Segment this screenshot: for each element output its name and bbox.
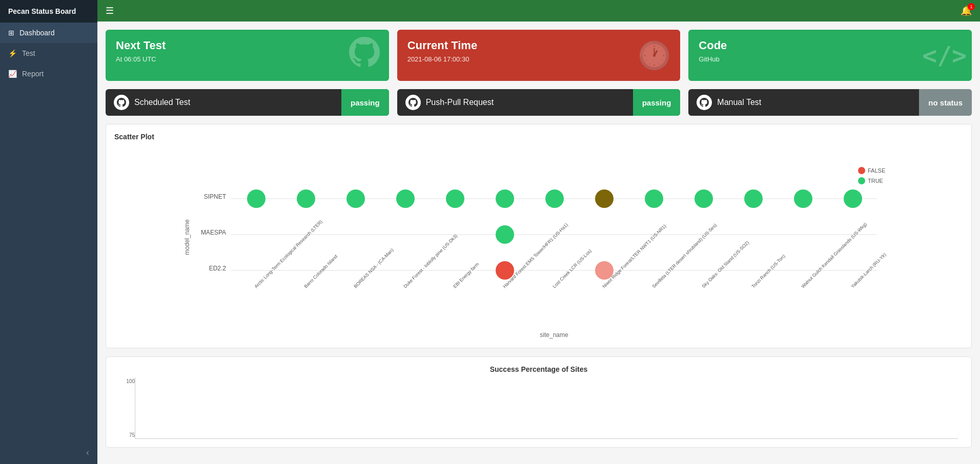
svg-text:Sky Oaks: Old Stand (US-SO2): Sky Oaks: Old Stand (US-SO2) — [701, 240, 750, 289]
svg-point-23 — [858, 177, 865, 184]
current-time-title: Current Time — [407, 39, 670, 52]
scheduled-test-gh-icon — [114, 95, 129, 110]
scatter-dot — [645, 189, 663, 208]
bar-chart-section: Success Percentage of Sites 100 75 — [106, 356, 972, 448]
scatter-dot — [794, 189, 812, 208]
sidebar-item-dashboard-label: Dashboard — [19, 29, 55, 37]
scatter-dot — [346, 189, 365, 208]
svg-text:FALSE: FALSE — [868, 167, 885, 174]
sidebar-item-report-label: Report — [22, 70, 44, 78]
github-icon — [349, 37, 380, 74]
next-test-subtitle: At 06:05 UTC — [116, 55, 379, 63]
svg-point-21 — [858, 167, 865, 174]
scatter-plot-title: Scatter Plot — [114, 133, 963, 141]
scheduled-test-badge: Scheduled Test passing — [106, 89, 389, 116]
scatter-dot — [247, 189, 266, 208]
scatter-dot — [695, 189, 713, 208]
scatter-dot — [396, 189, 415, 208]
svg-text:Lost Creek LCR (US-Los): Lost Creek LCR (US-Los) — [552, 248, 593, 289]
next-test-title: Next Test — [116, 39, 379, 52]
current-time-value: 2021-08-06 17:00:30 — [407, 55, 670, 63]
sidebar-item-dashboard[interactable]: ⊞ Dashboard — [0, 23, 97, 43]
manual-test-gh-icon — [697, 95, 712, 110]
scatter-dot — [297, 189, 315, 208]
push-pull-label-area: Push-Pull Request — [397, 95, 633, 110]
dashboard-icon: ⊞ — [8, 29, 14, 37]
push-pull-text: Push-Pull Request — [426, 98, 494, 107]
svg-text:model_name: model_name — [183, 219, 191, 255]
scatter-dot — [744, 189, 763, 208]
scatter-svg: model_name SIPNET MAESPA ED2.2 — [114, 145, 963, 340]
svg-text:SIPNET: SIPNET — [204, 193, 227, 200]
svg-text:MAESPA: MAESPA — [201, 229, 226, 236]
manual-test-status: no status — [919, 89, 972, 116]
test-icon: ⚡ — [8, 49, 17, 57]
svg-text:Tonzi Ranch (US-Ton): Tonzi Ranch (US-Ton) — [750, 254, 786, 289]
svg-text:TRUE: TRUE — [868, 178, 883, 184]
scatter-dot — [545, 189, 564, 208]
svg-text:Duke Forest - loblolly pine (U: Duke Forest - loblolly pine (US-Dk3) — [402, 233, 458, 289]
manual-test-text: Manual Test — [717, 98, 761, 107]
cards-row: Next Test At 06:05 UTC Current Time 2021… — [97, 22, 980, 89]
sidebar-item-test-label: Test — [22, 49, 35, 57]
y-label-100: 100 — [119, 378, 135, 384]
svg-text:Barro Colorado Island: Barro Colorado Island — [303, 254, 338, 289]
svg-text:BOREAS NSA - (CA-Man): BOREAS NSA - (CA-Man) — [353, 247, 394, 289]
scatter-plot-section: Scatter Plot model_name SIPNET MAESPA ED… — [106, 124, 972, 348]
scatter-container: model_name SIPNET MAESPA ED2.2 — [114, 145, 963, 340]
main-content: ☰ 🔔 1 Next Test At 06:05 UTC Current Tim… — [97, 0, 980, 464]
topbar: ☰ 🔔 1 — [97, 0, 980, 22]
sidebar-item-test[interactable]: ⚡ Test — [0, 43, 97, 64]
scatter-dot — [446, 189, 464, 208]
sidebar: Pecan Status Board ⊞ Dashboard ⚡ Test 📈 … — [0, 0, 97, 464]
report-icon: 📈 — [8, 70, 17, 78]
notification-badge: 1 — [968, 3, 975, 10]
code-icon: </> — [922, 41, 967, 70]
clock-icon: 🕐 — [638, 40, 671, 71]
bar-chart-bars — [135, 377, 958, 439]
scheduled-test-status: passing — [341, 89, 389, 116]
manual-test-badge: Manual Test no status — [688, 89, 972, 116]
manual-test-label-area: Manual Test — [688, 95, 919, 110]
sidebar-collapse-button[interactable]: ‹ — [0, 441, 97, 464]
bar-chart-title: Success Percentage of Sites — [114, 365, 963, 373]
next-test-card: Next Test At 06:05 UTC — [106, 30, 389, 81]
scatter-dot — [496, 189, 514, 208]
push-pull-status: passing — [633, 89, 681, 116]
badges-row: Scheduled Test passing Push-Pull Request… — [97, 89, 980, 124]
current-time-card: Current Time 2021-08-06 17:00:30 🕐 — [397, 30, 681, 81]
app-title: Pecan Status Board — [0, 0, 97, 23]
scheduled-test-text: Scheduled Test — [134, 98, 190, 107]
scatter-dot-niwot — [595, 189, 614, 208]
svg-text:site_name: site_name — [540, 331, 568, 339]
scheduled-test-label-area: Scheduled Test — [106, 95, 341, 110]
code-card: Code GitHub </> — [688, 30, 972, 81]
notification-bell[interactable]: 🔔 1 — [961, 5, 972, 16]
y-axis-labels: 100 75 — [119, 377, 135, 439]
svg-text:ED2.2: ED2.2 — [209, 265, 227, 272]
y-label-75: 75 — [119, 432, 135, 438]
sidebar-item-report[interactable]: 📈 Report — [0, 64, 97, 84]
menu-icon[interactable]: ☰ — [106, 5, 114, 16]
scatter-dot — [844, 189, 862, 208]
svg-text:EBI Energy farm: EBI Energy farm — [452, 262, 480, 289]
push-pull-badge: Push-Pull Request passing — [397, 89, 681, 116]
scatter-dot-maespa — [496, 225, 514, 244]
push-pull-gh-icon — [405, 95, 421, 110]
